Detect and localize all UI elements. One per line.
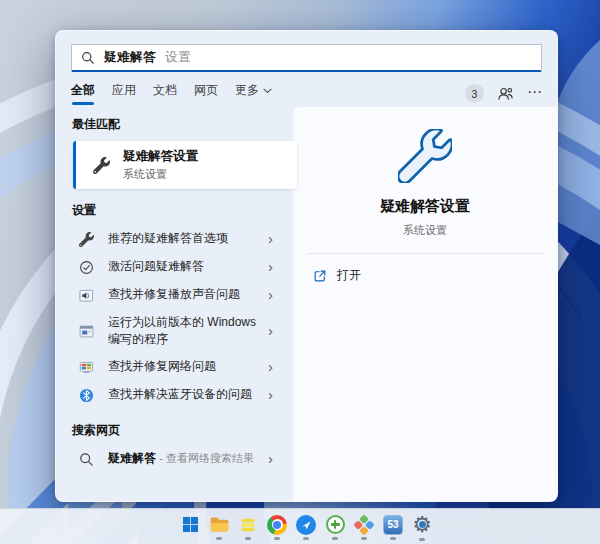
result-web-search[interactable]: 疑难解答 - 查看网络搜索结果 ›	[72, 445, 275, 473]
folder-icon	[208, 514, 230, 536]
result-label: 运行为以前版本的 Windows 编写的程序	[108, 314, 268, 349]
preview-actions: 打开	[293, 254, 557, 288]
search-results-content: 最佳匹配 疑难解答设置 系统设置 设置 推荐的疑难解答首选项	[56, 107, 557, 501]
account-icon[interactable]	[497, 86, 514, 101]
pinwheel-app-button[interactable]	[352, 511, 376, 543]
gear-glyph: ⚙	[412, 514, 432, 536]
best-match-title: 疑难解答设置	[123, 148, 198, 165]
chevron-right-icon: ›	[268, 233, 275, 245]
bluetooth-icon	[78, 388, 95, 403]
preview-panel: 疑难解答设置 系统设置 打开	[293, 107, 557, 501]
notes-app-button[interactable]	[236, 511, 260, 543]
web-search-suffix: - 查看网络搜索结果	[159, 452, 254, 464]
taskbar: 53 ⚙	[0, 508, 600, 544]
best-match-result[interactable]: 疑难解答设置 系统设置	[73, 141, 297, 189]
chevron-down-icon	[263, 88, 272, 94]
app-53-button[interactable]: 53	[381, 511, 405, 543]
open-button-label: 打开	[337, 267, 361, 284]
result-label: 查找并修复网络问题	[108, 358, 268, 375]
start-button[interactable]	[178, 511, 202, 543]
chevron-right-icon: ›	[268, 289, 275, 301]
taskbar-icon-group: 53 ⚙	[178, 511, 434, 543]
windows-logo-icon	[179, 514, 201, 536]
wrench-icon	[93, 157, 110, 174]
app-53-label: 53	[383, 515, 403, 535]
green-plus-app-button[interactable]	[323, 511, 347, 543]
chevron-right-icon: ›	[268, 361, 275, 373]
chevron-right-icon: ›	[268, 325, 275, 337]
preview-subtitle: 系统设置	[403, 223, 447, 238]
search-query-text: 疑难解答	[104, 49, 156, 66]
check-circle-icon	[78, 260, 95, 275]
search-suggestion-text: 设置	[165, 49, 191, 66]
preview-title: 疑难解答设置	[380, 197, 470, 216]
running-indicator	[419, 538, 425, 541]
result-label: 查找并解决蓝牙设备的问题	[108, 386, 268, 403]
result-label: 疑难解答 - 查看网络搜索结果	[108, 450, 268, 467]
speaker-icon	[78, 288, 95, 303]
chevron-right-icon: ›	[268, 453, 275, 465]
results-list-panel: 最佳匹配 疑难解答设置 系统设置 设置 推荐的疑难解答首选项	[56, 107, 293, 501]
running-indicator	[390, 537, 396, 540]
search-filter-tabs: 全部 应用 文档 网页 更多 3 ⋯	[56, 72, 557, 102]
result-activation-troubleshoot[interactable]: 激活问题疑难解答 ›	[72, 253, 275, 281]
best-match-subtitle: 系统设置	[123, 167, 198, 182]
chrome-icon	[266, 514, 288, 536]
network-icon	[78, 360, 95, 375]
result-network-troubleshoot[interactable]: 查找并修复网络问题 ›	[72, 353, 275, 381]
running-indicator	[303, 537, 309, 540]
running-indicator	[274, 537, 280, 540]
settings-button[interactable]: ⚙	[410, 511, 434, 543]
result-troubleshoot-preferences[interactable]: 推荐的疑难解答首选项 ›	[72, 225, 275, 253]
tab-all[interactable]: 全部	[71, 82, 95, 105]
notification-count-badge[interactable]: 3	[465, 84, 484, 103]
result-label: 激活问题疑难解答	[108, 258, 268, 275]
yellow-notes-icon	[237, 514, 259, 536]
green-plus-icon	[324, 514, 346, 536]
result-audio-troubleshoot[interactable]: 查找并修复播放声音问题 ›	[72, 281, 275, 309]
blue-arrow-icon	[295, 514, 317, 536]
web-search-term: 疑难解答	[108, 451, 156, 465]
legacy-program-icon	[78, 324, 95, 339]
wrench-icon-large	[398, 129, 452, 183]
result-bluetooth-troubleshoot[interactable]: 查找并解决蓝牙设备的问题 ›	[72, 381, 275, 409]
result-label: 推荐的疑难解答首选项	[108, 230, 268, 247]
search-icon	[78, 452, 95, 467]
chrome-browser-button[interactable]	[265, 511, 289, 543]
open-external-icon	[313, 269, 327, 283]
running-indicator	[361, 537, 367, 540]
running-indicator	[216, 537, 222, 540]
tab-more[interactable]: 更多	[235, 82, 272, 105]
tab-web[interactable]: 网页	[194, 82, 218, 105]
web-search-header: 搜索网页	[72, 422, 275, 439]
chevron-right-icon: ›	[268, 261, 275, 273]
tab-documents[interactable]: 文档	[153, 82, 177, 105]
chevron-right-icon: ›	[268, 389, 275, 401]
gear-icon: ⚙	[410, 513, 434, 537]
running-indicator	[245, 537, 251, 540]
tab-more-label: 更多	[235, 82, 259, 99]
settings-section-header: 设置	[72, 202, 275, 219]
search-input[interactable]: 疑难解答设置	[71, 44, 542, 72]
tab-apps[interactable]: 应用	[112, 82, 136, 105]
open-button[interactable]: 打开	[311, 263, 539, 288]
search-flyout-window: 疑难解答设置 全部 应用 文档 网页 更多 3 ⋯	[55, 30, 558, 502]
result-label: 查找并修复播放声音问题	[108, 286, 268, 303]
file-explorer-button[interactable]	[207, 511, 231, 543]
blue-arrow-app-button[interactable]	[294, 511, 318, 543]
color-pinwheel-icon	[353, 514, 375, 536]
search-bar-container: 疑难解答设置	[56, 31, 557, 72]
selection-accent-bar	[73, 141, 76, 189]
search-icon	[81, 51, 95, 65]
running-indicator	[332, 537, 338, 540]
more-options-icon[interactable]: ⋯	[527, 87, 542, 101]
result-compatibility-troubleshoot[interactable]: 运行为以前版本的 Windows 编写的程序 ›	[72, 309, 275, 353]
wrench-icon	[78, 232, 95, 247]
best-match-header: 最佳匹配	[72, 116, 275, 133]
app-53-icon: 53	[382, 514, 404, 536]
best-match-text: 疑难解答设置 系统设置	[123, 148, 198, 182]
